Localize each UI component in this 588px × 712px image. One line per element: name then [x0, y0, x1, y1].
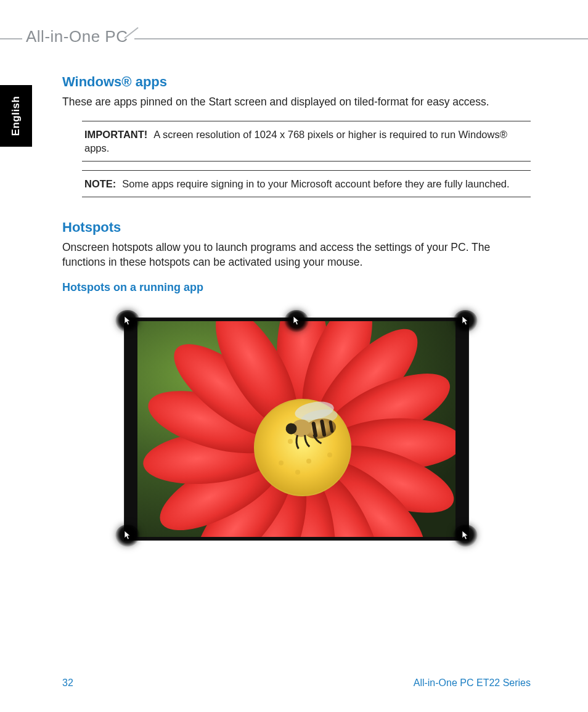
note-callout: NOTE:Some apps require signing in to you…	[82, 170, 531, 197]
important-text: A screen resolution of 1024 x 768 pixels…	[84, 129, 507, 153]
app-window-frame	[124, 317, 469, 541]
hotspots-intro: Onscreen hotspots allow you to launch pr…	[62, 240, 531, 269]
hotspot-cursor-top-left	[115, 310, 140, 332]
page-header: All-in-One PC	[0, 27, 588, 52]
hotspots-figure	[124, 317, 469, 541]
language-tab: English	[0, 85, 32, 147]
app-photo	[137, 321, 455, 537]
header-diagonal	[121, 31, 139, 44]
important-label: IMPORTANT!	[84, 129, 147, 140]
section-heading-hotspots: Hotspots	[62, 219, 531, 235]
svg-point-19	[288, 439, 293, 444]
series-label: All-in-One PC ET22 Series	[414, 677, 531, 689]
hotspot-cursor-bottom-left	[115, 525, 140, 547]
svg-point-22	[279, 460, 284, 465]
svg-point-23	[327, 452, 332, 457]
hotspot-cursor-top-center	[284, 310, 309, 332]
svg-point-24	[295, 470, 300, 475]
header-rule-right	[134, 38, 588, 39]
page-number: 32	[62, 677, 73, 689]
language-label: English	[10, 96, 22, 136]
windows-apps-intro: These are apps pinned on the Start scree…	[62, 95, 531, 110]
svg-point-20	[306, 459, 311, 464]
hotspot-cursor-top-right	[453, 310, 478, 332]
note-label: NOTE:	[84, 178, 116, 189]
page-footer: 32 All-in-One PC ET22 Series	[62, 677, 531, 689]
header-title: All-in-One PC	[26, 27, 128, 46]
section-heading-windows-apps: Windows® apps	[62, 74, 531, 90]
subheading-hotspots-running-app: Hotspots on a running app	[62, 281, 531, 294]
important-callout: IMPORTANT!A screen resolution of 1024 x …	[82, 121, 531, 162]
header-rule-left	[0, 38, 22, 39]
hotspot-cursor-bottom-right	[453, 525, 478, 547]
content-column: Windows® apps These are apps pinned on t…	[62, 74, 531, 541]
note-text: Some apps require signing in to your Mic…	[122, 178, 509, 189]
